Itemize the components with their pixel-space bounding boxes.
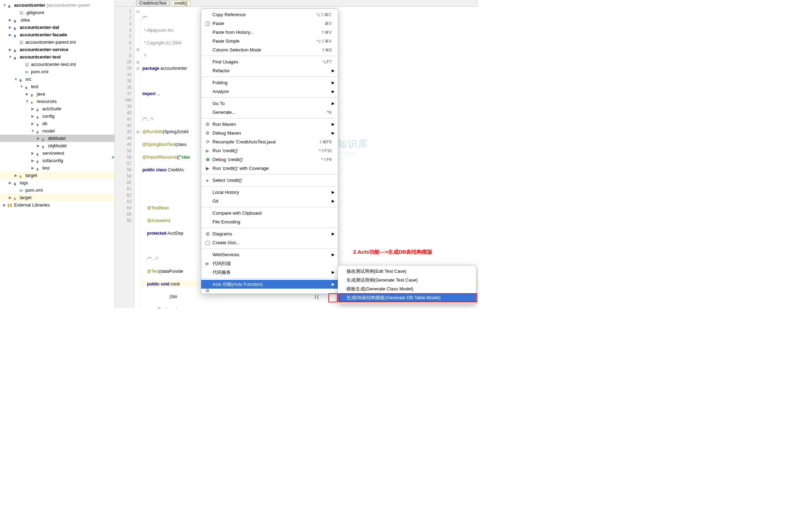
tree-item[interactable]: ▶▖test — [0, 164, 115, 172]
expand-arrow-icon[interactable]: ▼ — [25, 100, 29, 103]
expand-arrow-icon[interactable]: ▶ — [8, 26, 12, 29]
menu-item[interactable]: ⚙Run Maven▶ — [201, 120, 338, 129]
tree-item[interactable]: ▶▖dbModel — [0, 135, 115, 142]
fold-column[interactable]: ⊟⊞⊞⊟⊞ — [135, 7, 141, 308]
tree-item[interactable]: ▼▖src — [0, 75, 115, 83]
menu-item[interactable]: ▶Run 'credit()'^⇧F10 — [201, 146, 338, 155]
submenu-item[interactable]: 模板生成(Generate Class Model) — [338, 284, 476, 293]
expand-arrow-icon[interactable]: ▼ — [20, 85, 23, 88]
menu-shortcut: ⌥F7 — [322, 60, 332, 64]
tree-item-label: test — [31, 84, 38, 89]
menu-item[interactable]: Acts 功能(Acts Function)▶ — [201, 280, 338, 289]
expand-arrow-icon[interactable]: ▶ — [8, 33, 12, 37]
tree-item[interactable]: ▶▤.gitignore — [0, 9, 115, 16]
submenu-item[interactable]: 生成DB表结构模板(Generate DB Table Model) — [338, 293, 476, 302]
expand-arrow-icon[interactable]: ▼ — [3, 4, 6, 7]
tree-item[interactable]: ▶mpom.xml — [0, 186, 115, 194]
menu-item[interactable]: ▶Run 'credit()' with Coverage — [201, 164, 338, 173]
expand-arrow-icon[interactable]: ▶ — [31, 159, 35, 162]
menu-item[interactable]: ◯Create Gist... — [201, 238, 338, 247]
menu-item[interactable]: Local History▶ — [201, 188, 338, 197]
menu-item[interactable]: ⚙Debug Maven▶ — [201, 129, 338, 137]
menu-item[interactable]: ⬢Debug 'credit()'^⇧F9 — [201, 155, 338, 164]
menu-item[interactable]: ⚙ — [201, 289, 338, 292]
menu-icon: ⟳ — [204, 139, 211, 145]
folder-icon: ▖ — [35, 121, 41, 127]
tree-item[interactable]: ▶▖accountcenter-dal — [0, 24, 115, 31]
tree-item[interactable]: ▶▖db — [0, 120, 115, 127]
expand-arrow-icon[interactable]: ▶ — [31, 152, 35, 155]
breadcrumb-method[interactable]: credit() — [171, 0, 190, 6]
expand-arrow-icon[interactable]: ▶ — [31, 122, 35, 125]
menu-item[interactable]: Git▶ — [201, 197, 338, 205]
tree-item[interactable]: ▶▖sofaconfig — [0, 157, 115, 164]
tree-item[interactable]: ▶▖servicetest — [0, 149, 115, 157]
expand-arrow-icon[interactable]: ▼ — [8, 55, 12, 59]
tree-item[interactable]: ▶▖config — [0, 112, 115, 120]
expand-arrow-icon[interactable]: ▶ — [8, 181, 12, 185]
tree-root[interactable]: ▼ ▖ accountcenter [accountcenter-paren — [0, 1, 115, 9]
expand-arrow-icon[interactable]: ▶ — [37, 144, 40, 148]
menu-item[interactable]: Paste from History...⇧⌘V — [201, 28, 338, 37]
expand-arrow-icon[interactable]: ▶ — [31, 115, 35, 118]
tree-item[interactable]: ▶▖target — [0, 172, 115, 179]
tree-item-label: sofaconfig — [42, 158, 63, 163]
expand-arrow-icon[interactable]: ▶ — [37, 137, 40, 140]
tree-item[interactable]: ▼▖test — [0, 83, 115, 90]
tree-item[interactable]: ▼▖resources — [0, 98, 115, 105]
tree-item[interactable]: ▶mpom.xml — [0, 68, 115, 75]
tree-item-label: src — [25, 76, 31, 82]
menu-item[interactable]: ⊞Diagrams▶ — [201, 229, 338, 238]
tree-item[interactable]: ▶▖objModel — [0, 142, 115, 149]
tree-item[interactable]: ▶▤accountcenter-test.iml — [0, 61, 115, 68]
tree-item[interactable]: ▶▖logs — [0, 179, 115, 186]
expand-arrow-icon[interactable]: ▶ — [3, 203, 6, 207]
menu-item[interactable]: ▸Select 'credit()' — [201, 176, 338, 185]
submenu-arrow-icon: ▶ — [332, 101, 334, 106]
menu-item[interactable]: ▶代码扫描 — [201, 259, 338, 268]
menu-item[interactable]: WebServices▶ — [201, 250, 338, 259]
line-gutter[interactable]: 1234567828293435363738↻39404142434445555… — [115, 7, 135, 308]
tree-item[interactable]: ▼▖model — [0, 127, 115, 135]
menu-item[interactable]: Copy Reference⌥⇧⌘C — [201, 10, 338, 19]
menu-item-label: Run 'credit()' — [213, 148, 319, 153]
menu-item[interactable]: 📋Paste⌘V — [201, 19, 338, 28]
menu-item[interactable]: Paste Simple⌥⇧⌘V — [201, 37, 338, 45]
menu-item[interactable]: Refactor▶ — [201, 66, 338, 75]
menu-item[interactable]: 代码服务▶ — [201, 268, 338, 277]
tree-item[interactable]: ▼▖accountcenter-test — [0, 53, 115, 61]
tree-item[interactable]: ▶▖accountcenter-facade — [0, 31, 115, 38]
tree-item[interactable]: ▶▖.idea — [0, 16, 115, 24]
expand-arrow-icon[interactable]: ▼ — [14, 78, 18, 81]
tree-item[interactable]: ▶▖accountcenter-service — [0, 46, 115, 53]
external-libraries[interactable]: ▶ ▮▮ External Libraries — [0, 201, 115, 209]
expand-arrow-icon[interactable]: ▶ — [25, 92, 29, 96]
menu-item[interactable]: Go To▶ — [201, 99, 338, 108]
menu-icon — [204, 12, 211, 18]
submenu-item[interactable]: 生成测试用例(Generate Test Case) — [338, 276, 476, 284]
tree-item[interactable]: ▶▖java — [0, 90, 115, 98]
expand-arrow-icon[interactable]: ▶ — [8, 196, 12, 199]
menu-item-label: Select 'credit()' — [213, 178, 332, 183]
expand-arrow-icon[interactable]: ▶ — [14, 174, 18, 177]
menu-icon — [204, 270, 211, 275]
submenu-item[interactable]: 修改测试用例(Edit Test Case) — [338, 267, 476, 276]
menu-item[interactable]: Analyze▶ — [201, 87, 338, 96]
expand-arrow-icon[interactable]: ▼ — [31, 129, 35, 133]
breadcrumb-class[interactable]: CreditActsTest — [136, 0, 170, 6]
menu-item[interactable]: File Encoding — [201, 217, 338, 226]
expand-arrow-icon[interactable]: ▶ — [31, 166, 35, 170]
tree-item[interactable]: ▶▖target — [0, 194, 115, 201]
menu-item[interactable]: Column Selection Mode⇧⌘8 — [201, 45, 338, 54]
menu-item[interactable]: ⟳Recompile 'CreditActsTest.java'⇧⌘F9 — [201, 137, 338, 146]
expand-arrow-icon[interactable]: ▶ — [8, 48, 12, 51]
menu-item[interactable]: Compare with Clipboard — [201, 209, 338, 217]
expand-arrow-icon[interactable]: ▶ — [8, 18, 12, 22]
menu-item[interactable]: Folding▶ — [201, 78, 338, 87]
expand-arrow-icon[interactable]: ▶ — [31, 107, 35, 111]
tree-item[interactable]: ▶▤accountcenter-parent.iml — [0, 38, 115, 46]
menu-item[interactable]: Generate...^N — [201, 108, 338, 117]
tree-item[interactable]: ▶▖actsSuite — [0, 105, 115, 112]
menu-item[interactable]: Find Usages⌥F7 — [201, 57, 338, 66]
menu-item-label: 代码服务 — [213, 269, 332, 276]
